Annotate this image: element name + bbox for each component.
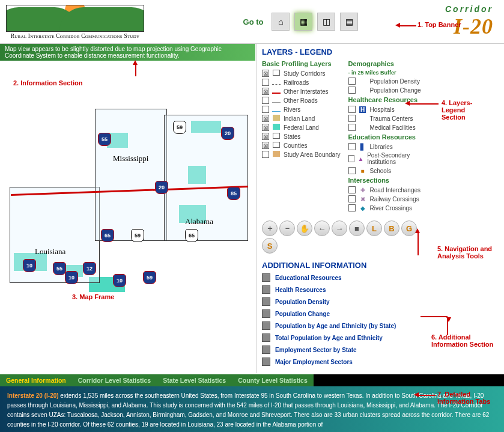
addinfo-link[interactable]: Educational Resources (262, 273, 427, 282)
goto-home-button[interactable]: ⌂ (272, 13, 290, 31)
interstate-shield: 59 (131, 229, 144, 242)
layer-symbol-icon: ▲ (357, 156, 364, 162)
interstate-shield: 59 (143, 271, 156, 284)
goto-section: Go to ⌂ ▦ ◫ ▤ (156, 13, 445, 31)
layer-checkbox[interactable] (348, 115, 356, 122)
layer-checkbox[interactable] (348, 106, 356, 113)
legend-item: ✖Railway Corssings (348, 195, 428, 202)
tool-button-6[interactable]: L (366, 221, 382, 236)
layer-checkbox[interactable] (262, 106, 269, 113)
layer-checkbox[interactable]: ⊠ (262, 70, 269, 77)
layer-checkbox[interactable] (262, 151, 269, 158)
layer-checkbox[interactable] (348, 78, 356, 85)
layers-icon: ◫ (323, 17, 330, 26)
layer-checkbox[interactable]: ⊠ (262, 115, 269, 122)
layer-symbol-icon (272, 151, 281, 158)
layer-label: Road Interchanges (370, 187, 421, 193)
layer-label: Libraries (370, 144, 393, 150)
layer-label: Railway Corssings (370, 196, 419, 202)
layer-checkbox[interactable]: ⊠ (262, 142, 269, 149)
map-canvas: Louisiana Mississippi Alabama 55 20 59 2… (5, 97, 250, 295)
corridor-label: Corridor (445, 4, 493, 14)
corridor-title: Corridor I-20 (445, 4, 498, 39)
tab-content-heading: Interstate 20 (I-20) (7, 392, 59, 399)
legend-item: HHospitals (348, 106, 428, 113)
legend-item: ▋Libraries (348, 143, 428, 150)
legend-panel: LAYERS - LEGEND Basic Profiling Layers ⊠… (257, 44, 432, 217)
healthcare-title: Healthcare Resources (348, 96, 428, 103)
layer-checkbox[interactable] (262, 97, 269, 104)
interstate-shield: 85 (227, 187, 240, 200)
addinfo-label: Employment Sector by State (275, 347, 357, 353)
tool-button-3[interactable]: ← (314, 221, 330, 236)
nav-tools: ＋－✋←→■LBGS (257, 217, 432, 257)
demographics-title: Demographics (348, 60, 428, 67)
tool-button-5[interactable]: ■ (349, 221, 365, 236)
addinfo-icon (262, 285, 270, 294)
layer-symbol-icon: H (359, 106, 367, 113)
layer-symbol-icon (272, 70, 281, 77)
goto-label: Go to (243, 17, 264, 26)
layer-checkbox[interactable] (348, 167, 356, 174)
goto-layers-button[interactable]: ◫ (317, 13, 335, 31)
legend-item: Rivers (262, 106, 341, 113)
state-label-al: Alabama (185, 217, 213, 227)
addinfo-label: Population Change (275, 311, 330, 317)
info-tab[interactable]: Corridor Level Statistics (72, 374, 157, 386)
interstate-shield: 65 (185, 229, 198, 242)
state-label-la: Louisiana (35, 247, 65, 257)
tool-button-7[interactable]: B (384, 221, 399, 236)
legend-item: ⊠Other Interstates (262, 88, 341, 95)
goto-map-button[interactable]: ▦ (294, 13, 312, 31)
layer-checkbox[interactable] (348, 155, 354, 162)
tool-button-9[interactable]: S (262, 238, 278, 254)
layer-checkbox[interactable] (348, 87, 356, 94)
interstate-shield: 20 (221, 127, 234, 140)
layer-checkbox[interactable] (348, 186, 356, 193)
addinfo-link[interactable]: Major Employment Sectors (262, 357, 427, 366)
additional-info-panel: ADDITIONAL INFORMATION Educational Resou… (257, 257, 432, 373)
addinfo-link[interactable]: Employment Sector by State (262, 345, 427, 354)
layer-checkbox[interactable] (348, 195, 356, 202)
layer-checkbox[interactable]: ⊠ (262, 124, 269, 131)
legend-item: ⊠States (262, 133, 341, 140)
addinfo-icon (262, 345, 270, 354)
layer-checkbox[interactable]: ⊠ (262, 133, 269, 140)
addinfo-link[interactable]: Health Resources (262, 285, 427, 294)
layer-label: Post-Secondary Institutions (367, 152, 427, 165)
legend-item: Study Area Boundary (262, 151, 341, 158)
tool-button-0[interactable]: ＋ (262, 221, 278, 236)
goto-report-button[interactable]: ▤ (340, 13, 358, 31)
layer-label: Study Corridors (284, 70, 325, 77)
info-tab[interactable]: General Information (0, 374, 72, 386)
info-tab[interactable]: State Level Statistics (157, 374, 232, 386)
info-tab[interactable]: County Level Statistics (232, 374, 314, 386)
addinfo-icon (262, 321, 270, 330)
layer-checkbox[interactable] (348, 143, 356, 150)
addinfo-icon (262, 357, 270, 366)
interstate-shield: 65 (101, 229, 114, 242)
layer-checkbox[interactable]: ⊠ (262, 88, 269, 95)
layer-checkbox[interactable] (262, 79, 269, 86)
addinfo-link[interactable]: Population Density (262, 297, 427, 306)
layer-checkbox[interactable] (348, 204, 356, 211)
interstate-shield: 20 (155, 181, 168, 194)
tool-button-4[interactable]: → (332, 221, 347, 236)
info-tabs-row: General InformationCorridor Level Statis… (0, 374, 504, 386)
legend-item: ◆River Crossings (348, 204, 428, 211)
layer-label: Schools (370, 168, 392, 174)
map-frame[interactable]: Louisiana Mississippi Alabama 55 20 59 2… (0, 61, 255, 349)
tool-button-2[interactable]: ✋ (297, 221, 312, 236)
tool-button-1[interactable]: － (279, 221, 295, 236)
layer-label: Rivers (284, 106, 300, 113)
layer-checkbox[interactable] (348, 124, 356, 131)
layer-label: Study Area Boundary (284, 151, 341, 158)
layer-label: Other Interstates (284, 88, 328, 95)
addinfo-link[interactable]: Population by Age and Ethnicity (by Stat… (262, 321, 427, 330)
addinfo-icon (262, 297, 270, 306)
addinfo-link[interactable]: Population Change (262, 309, 427, 318)
addinfo-link[interactable]: Total Population by Age and Ethnicity (262, 333, 427, 342)
main-row: Map view appears to be slightly distorte… (0, 44, 504, 373)
layer-symbol-icon: ■ (359, 168, 367, 174)
addinfo-icon (262, 309, 270, 318)
